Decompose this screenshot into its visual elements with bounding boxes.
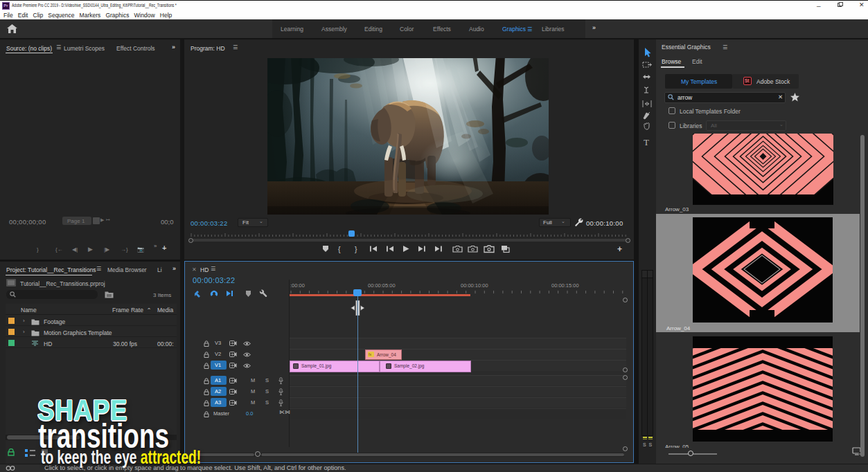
svg-text:{: { bbox=[338, 245, 341, 253]
svg-text:T: T bbox=[644, 137, 649, 147]
svg-text:}: } bbox=[355, 245, 357, 253]
